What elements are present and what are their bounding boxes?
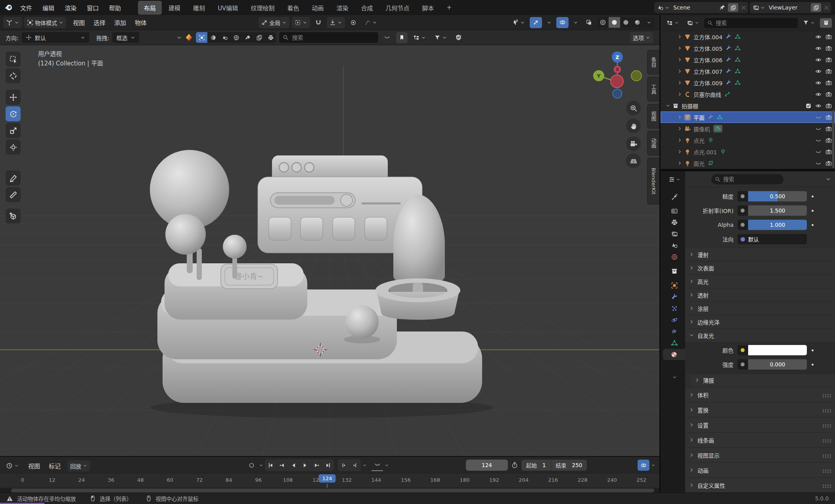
properties-tab-particles[interactable] [664, 303, 685, 314]
outliner-item-collection[interactable]: 拍摄棚 [661, 100, 835, 111]
outliner-item-name[interactable]: 平面 [693, 113, 705, 121]
topbar-menu-文件[interactable]: 文件 [15, 1, 37, 14]
current-frame-field[interactable]: 124 [466, 460, 508, 471]
tool-move[interactable] [6, 90, 21, 105]
ior-decorator[interactable] [737, 205, 748, 216]
topbar-menu-帮助[interactable]: 帮助 [104, 1, 126, 14]
normal-field[interactable]: 默认 [737, 234, 807, 244]
outliner-item-mesh[interactable]: 立方体.009 [661, 77, 835, 88]
emission-color-swatch[interactable] [748, 345, 807, 355]
properties-tab-constraints[interactable] [664, 326, 685, 337]
emission-strength-slider[interactable]: 0.000 [748, 359, 807, 370]
tool-cursor[interactable] [6, 68, 21, 83]
asset-free-toggle[interactable] [381, 32, 393, 43]
outliner-item-mesh[interactable]: 平面 [661, 111, 835, 123]
gizmo-neg-z-ball[interactable] [613, 89, 622, 98]
asset-addons-icon[interactable] [253, 32, 265, 43]
navigation-gizmo[interactable]: X Z Y [593, 52, 642, 98]
properties-search-field[interactable] [711, 174, 783, 184]
playback-dropdown[interactable]: 回放 [67, 460, 90, 471]
properties-search-input[interactable] [723, 176, 767, 182]
panel-高光-header[interactable]: 高光 [685, 274, 835, 288]
workspace-tab-着色[interactable]: 着色 [281, 1, 305, 15]
use-preview-range-toggle[interactable] [511, 462, 518, 469]
viewlayer-name[interactable]: ViewLayer [769, 4, 808, 11]
viewport-menu-添加[interactable]: 添加 [110, 16, 130, 29]
properties-tab-output[interactable] [664, 217, 685, 228]
timeline-scroll-handle[interactable] [11, 489, 654, 493]
timeline-menu-标记[interactable]: 标记 [44, 459, 65, 472]
tool-options-dropdown[interactable]: 选项 [630, 32, 653, 43]
outliner-editor-type-button[interactable] [664, 17, 682, 29]
properties-options-dropdown[interactable] [825, 176, 831, 182]
frame-back-button[interactable] [338, 459, 349, 471]
timeline-ruler[interactable]: 0122436486072849610812013214415616818019… [0, 473, 659, 488]
asset-categories-dropdown[interactable] [410, 32, 429, 43]
shading-material-icon[interactable] [620, 17, 632, 28]
emission-color-decorator[interactable] [737, 345, 748, 355]
scene-name[interactable]: Scene [673, 4, 717, 11]
sidebar-tab-视图[interactable]: 视图 [647, 104, 659, 128]
asset-search-input[interactable] [292, 34, 367, 41]
workspace-tab-UV编辑[interactable]: UV编辑 [212, 1, 244, 15]
proportional-falloff-dropdown[interactable] [362, 17, 380, 28]
emission-color-keyframe-dot[interactable] [812, 349, 814, 351]
outliner-scrollbar[interactable] [832, 110, 834, 168]
viewport-menu-物体[interactable]: 物体 [130, 16, 151, 29]
topbar-menu-编辑[interactable]: 编辑 [37, 1, 59, 14]
outliner-item-name[interactable]: 立方体.007 [693, 67, 722, 75]
alpha-decorator[interactable] [737, 220, 748, 230]
frame-end-field[interactable]: 结束250 [551, 460, 587, 471]
camera-view-button[interactable] [626, 136, 641, 151]
topbar-menu-窗口[interactable]: 窗口 [82, 1, 104, 14]
panel-thin-film-header[interactable]: 薄膜 [691, 374, 835, 386]
frame-forward-button[interactable] [349, 459, 361, 471]
emission-strength-keyframe-dot[interactable] [812, 364, 814, 366]
show-overlays-toggle[interactable] [556, 17, 569, 28]
timeline-menu-视图[interactable]: 视图 [24, 459, 44, 472]
jump-to-start-button[interactable] [265, 459, 276, 471]
tool-rotate[interactable] [6, 106, 21, 121]
topbar-menu-渲染[interactable]: 渲染 [59, 1, 82, 14]
properties-tab-collection[interactable] [664, 266, 685, 277]
auto-keying-dropdown[interactable] [259, 463, 263, 468]
frame-start-field[interactable]: 起始1 [521, 460, 551, 471]
ortho-toggle-button[interactable] [626, 153, 641, 168]
prev-keyframe-button[interactable] [276, 459, 288, 471]
3d-viewport[interactable]: 睿小青~ X [0, 45, 659, 456]
workspace-tab-脚本[interactable]: 脚本 [416, 1, 440, 15]
workspace-tab-几何节点[interactable]: 几何节点 [379, 1, 415, 15]
timeline-overlay-toggle[interactable] [638, 460, 649, 471]
xray-toggle[interactable] [583, 17, 595, 28]
outliner-item-point-light[interactable]: 点光 [661, 134, 835, 146]
panel-视图显示-header[interactable]: 视图显示 [685, 447, 835, 462]
scene-delete-button[interactable] [741, 5, 747, 11]
assetbar-collapse-icon[interactable] [176, 35, 182, 40]
asset-brushes-icon[interactable] [242, 32, 253, 43]
asset-search-field[interactable] [279, 32, 378, 43]
tool-annotate[interactable] [6, 171, 21, 186]
properties-tab-render[interactable] [664, 205, 685, 217]
properties-tab-scene[interactable] [664, 240, 685, 251]
properties-tab-world[interactable] [664, 251, 685, 263]
viewlayer-new-button[interactable] [811, 3, 821, 12]
panel-线条画-header[interactable]: 线条画 [685, 432, 835, 447]
outliner-item-name[interactable]: 贝塞尔曲线 [693, 90, 721, 98]
editor-type-button[interactable] [3, 17, 22, 28]
playhead[interactable]: 124 [319, 474, 336, 483]
outliner-item-name[interactable]: 立方体.005 [693, 44, 722, 52]
timeline-editor-type-button[interactable] [3, 460, 21, 471]
properties-tab-physics[interactable] [664, 314, 685, 326]
timeline-overlay-dropdown[interactable] [651, 463, 655, 468]
outliner-item-name[interactable]: 立方体.009 [693, 79, 722, 87]
panel-置换-header[interactable]: 置换 [685, 402, 835, 417]
properties-tab-material[interactable] [663, 349, 685, 360]
outliner-item-point-light[interactable]: 点光.001 [661, 146, 835, 157]
auto-keying-toggle[interactable] [246, 459, 257, 471]
snap-toggle[interactable] [312, 17, 324, 28]
next-keyframe-button[interactable] [311, 459, 322, 471]
panel-涂层-header[interactable]: 涂层 [685, 301, 835, 315]
mode-dropdown[interactable]: 物体模式 [24, 17, 66, 28]
proportional-edit-toggle[interactable] [347, 17, 359, 28]
active-camera-badge[interactable] [713, 125, 722, 132]
